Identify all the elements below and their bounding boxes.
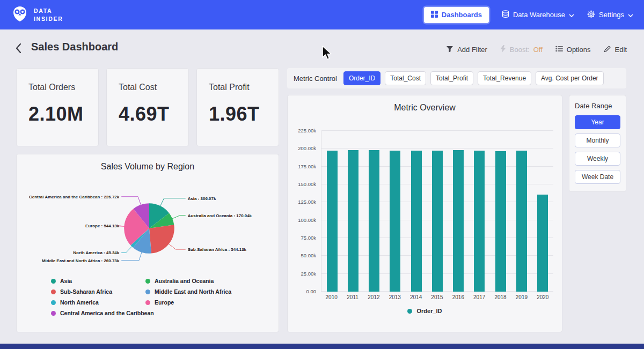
- bar-column: [385, 131, 406, 292]
- dashboards-button[interactable]: Dashboards: [424, 7, 489, 23]
- bar-2012[interactable]: [369, 150, 379, 292]
- options-button[interactable]: Options: [555, 46, 591, 54]
- y-tick-label: 0.00: [306, 288, 317, 294]
- legend-dot: [407, 309, 412, 314]
- mouse-cursor: [321, 45, 333, 61]
- gear-icon: [587, 10, 595, 20]
- x-tick-label: 2020: [532, 294, 553, 300]
- metric-button-total-profit[interactable]: Total_Profit: [430, 71, 473, 85]
- edit-button[interactable]: Edit: [604, 45, 627, 54]
- pie-label-australia-and-oceania: Australia and Oceania : 170.04k: [188, 213, 252, 218]
- bars: [321, 131, 553, 292]
- bar-chart: 0.0025.00k50.00k75.00k100.00k125.00k150.…: [296, 131, 553, 292]
- bar-column: [511, 131, 532, 292]
- date-range-button-week-date[interactable]: Week Date: [575, 170, 620, 184]
- bar-column: [364, 131, 385, 292]
- kpi-card-total-cost: Total Cost 4.69T: [106, 68, 189, 146]
- metric-button-order-id[interactable]: Order_ID: [343, 71, 380, 85]
- add-filter-button[interactable]: Add Filter: [446, 46, 487, 54]
- date-range-buttons: YearMonthlyWeeklyWeek Date: [575, 115, 620, 184]
- x-tick-label: 2014: [405, 294, 426, 300]
- x-tick-label: 2012: [363, 294, 384, 300]
- x-tick-label: 2019: [511, 294, 532, 300]
- legend-item-central-america-and-the-caribbean[interactable]: Central America and the Caribbean: [51, 310, 145, 316]
- bar-2018[interactable]: [495, 151, 506, 292]
- x-tick-label: 2015: [427, 294, 448, 300]
- x-tick-label: 2010: [321, 294, 342, 300]
- settings-menu[interactable]: Settings: [587, 10, 633, 20]
- pie-leader-line: [172, 216, 185, 219]
- y-tick-label: 225.00k: [298, 128, 316, 133]
- legend-item-middle-east-and-north-africa[interactable]: Middle East and North Africa: [145, 288, 279, 295]
- metric-button-total-revenue[interactable]: Total_Revenue: [478, 71, 531, 85]
- pie-leader-line: [121, 252, 142, 261]
- settings-label: Settings: [599, 11, 624, 19]
- y-tick-label: 25.00k: [301, 271, 316, 277]
- back-button[interactable]: [15, 43, 21, 55]
- chevron-left-icon: [15, 47, 21, 55]
- brand-line2: INSIDER: [34, 15, 63, 23]
- date-range-button-weekly[interactable]: Weekly: [575, 152, 620, 166]
- legend-dot: [51, 289, 56, 294]
- y-tick-label: 50.00k: [301, 253, 316, 258]
- pie-label-sub-saharan-africa: Sub-Saharan Africa : 544.13k: [188, 247, 247, 252]
- pie-label-north-america: North America : 45.34k: [73, 250, 119, 255]
- data-warehouse-label: Data Warehouse: [513, 11, 565, 19]
- bar-chart-legend: Order_ID: [296, 308, 553, 314]
- x-tick-label: 2013: [384, 294, 405, 300]
- legend-dot: [145, 300, 150, 305]
- sales-volume-title: Sales Volume by Region: [17, 162, 279, 172]
- legend-label: Middle East and North Africa: [155, 288, 231, 295]
- bar-2020[interactable]: [537, 195, 548, 292]
- legend-item-europe[interactable]: Europe: [145, 299, 279, 306]
- bar-2011[interactable]: [348, 150, 358, 292]
- y-tick-label: 75.00k: [301, 235, 316, 241]
- boost-toggle[interactable]: Boost: Off: [500, 45, 543, 54]
- metric-control-label: Metric Control: [294, 75, 337, 83]
- bar-2014[interactable]: [411, 151, 422, 292]
- bar-column: [406, 131, 427, 292]
- legend-item-sub-saharan-africa[interactable]: Sub-Saharan Africa: [51, 288, 145, 295]
- sales-dashboard-page: DATA INSIDER Dashboards Data Warehouse: [0, 0, 644, 349]
- y-tick-label: 175.00k: [298, 164, 316, 169]
- legend-item-australia-and-oceania[interactable]: Australia and Oceania: [145, 278, 279, 284]
- metric-button-avg-cost-per-order[interactable]: Avg. Cost per Order: [536, 71, 604, 85]
- brand-line1: DATA: [34, 7, 63, 14]
- x-tick-label: 2018: [490, 294, 511, 300]
- bar-2015[interactable]: [432, 151, 443, 292]
- owl-logo-icon: [11, 6, 29, 24]
- options-label: Options: [567, 46, 591, 54]
- legend-dot: [51, 279, 56, 284]
- database-icon: [502, 10, 509, 20]
- bar-column: [490, 131, 511, 292]
- legend-dot: [51, 311, 56, 316]
- legend-item-north-america[interactable]: North America: [51, 299, 145, 306]
- bar-2016[interactable]: [453, 150, 464, 292]
- sales-volume-card: Sales Volume by Region Asia : 306.07kAus…: [16, 154, 279, 332]
- date-range-button-year[interactable]: Year: [575, 115, 620, 129]
- legend-item-asia[interactable]: Asia: [51, 278, 145, 284]
- filter-funnel-icon: [446, 46, 453, 54]
- pie-slice-sub-saharan-africa[interactable]: [149, 225, 174, 253]
- bar-column: [321, 131, 342, 292]
- top-navbar: DATA INSIDER Dashboards Data Warehouse: [0, 0, 644, 29]
- edit-label: Edit: [615, 46, 627, 54]
- kpi-row: Total Orders 2.10M Total Cost 4.69T Tota…: [16, 68, 279, 146]
- date-range-button-monthly[interactable]: Monthly: [575, 133, 620, 147]
- data-warehouse-menu[interactable]: Data Warehouse: [502, 10, 574, 20]
- kpi-label: Total Profit: [209, 83, 267, 92]
- pie-leader-line: [121, 197, 141, 205]
- bar-2010[interactable]: [327, 151, 338, 292]
- y-axis: 0.0025.00k50.00k75.00k100.00k125.00k150.…: [296, 131, 321, 292]
- metric-overview-card: Metric Overview 0.0025.00k50.00k75.00k10…: [287, 95, 562, 332]
- brand-logo[interactable]: DATA INSIDER: [11, 6, 63, 24]
- bar-2013[interactable]: [390, 151, 400, 292]
- bar-2017[interactable]: [474, 151, 485, 292]
- metric-control-bar: Metric Control Order_IDTotal_CostTotal_P…: [287, 68, 626, 88]
- legend-label: Order_ID: [416, 308, 442, 314]
- boost-value: Off: [533, 46, 543, 54]
- metric-buttons: Order_IDTotal_CostTotal_ProfitTotal_Reve…: [343, 71, 604, 85]
- footer-strip: [0, 344, 644, 349]
- metric-button-total-cost[interactable]: Total_Cost: [385, 71, 426, 85]
- bar-2019[interactable]: [516, 151, 527, 292]
